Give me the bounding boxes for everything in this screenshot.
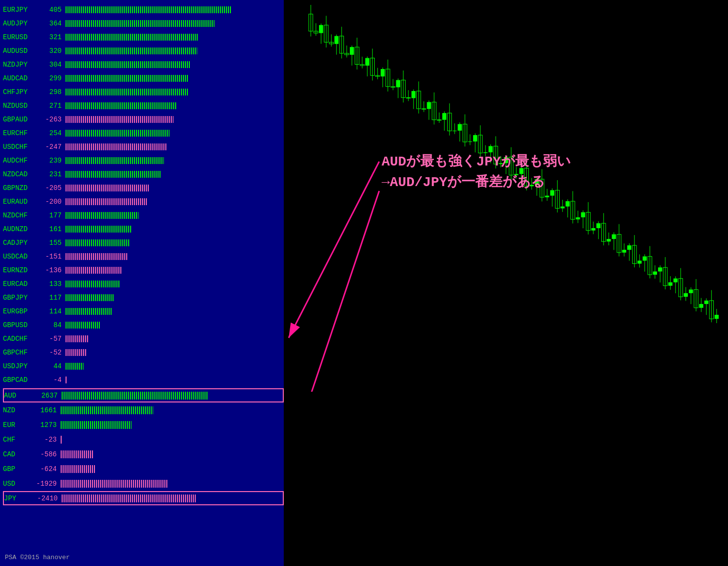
pair-bar-container (66, 376, 284, 384)
pair-row: EURCAD 133 (3, 277, 284, 290)
pair-bar (66, 171, 160, 178)
left-panel: EURJPY 405 AUDJPY 364 EURUSD 321 AUDUSD … (0, 0, 284, 566)
currency-symbol: CHF (3, 436, 30, 444)
currency-row: JPY -2410 (3, 491, 284, 505)
pair-symbol: GBPNZD (3, 184, 37, 192)
pair-value: 304 (37, 61, 62, 69)
pair-bar (66, 75, 188, 82)
pair-symbol: NZDCAD (3, 170, 37, 178)
pair-value: 177 (37, 212, 62, 219)
pair-value: 133 (37, 280, 62, 288)
pair-bar-container (66, 362, 284, 370)
currency-bar (61, 421, 132, 429)
currency-symbol: USD (3, 480, 30, 488)
currency-row: AUD 2637 (3, 388, 284, 402)
pair-value: -205 (37, 184, 62, 192)
currency-row: CAD -586 (3, 447, 284, 461)
currency-value: -1929 (30, 480, 57, 488)
pair-bar (66, 294, 114, 301)
pair-bar-container (66, 184, 284, 192)
currency-symbol: NZD (3, 406, 30, 414)
pair-value: 231 (37, 170, 62, 178)
pair-value: 44 (37, 362, 62, 370)
pair-bar-container (66, 47, 284, 55)
pair-symbol: GBPJPY (3, 294, 37, 302)
pair-row: CHFJPY 298 (3, 85, 284, 98)
pair-row: AUDCAD 299 (3, 71, 284, 85)
pair-bar-container (66, 280, 284, 288)
pairs-container: EURJPY 405 AUDJPY 364 EURUSD 321 AUDUSD … (3, 3, 284, 386)
pair-symbol: GBPUSD (3, 321, 37, 329)
pair-bar-container (66, 129, 284, 137)
footer-text: PSA ©2015 hanover (5, 554, 70, 561)
pair-symbol: NZDJPY (3, 61, 37, 69)
currency-row: EUR 1273 (3, 418, 284, 432)
pair-value: 364 (37, 20, 62, 27)
pair-bar (66, 102, 177, 109)
pair-bar-container (66, 74, 284, 82)
currency-symbol: JPY (4, 495, 31, 502)
pair-bar-container (66, 198, 284, 206)
pair-bar-container (66, 294, 284, 302)
pair-bar-container (66, 170, 284, 178)
pair-symbol: AUDCHF (3, 157, 37, 165)
pair-row: USDJPY 44 (3, 359, 284, 373)
pair-value: -4 (37, 376, 62, 384)
pair-bar (66, 363, 84, 370)
pair-bar (66, 253, 128, 260)
pair-bar-container (66, 143, 284, 151)
annotation-line1: AUDが最も強くJPYが最も弱い (382, 152, 571, 172)
pair-row: GBPCAD -4 (3, 373, 284, 386)
currency-bar-container (61, 479, 284, 488)
annotation-text: AUDが最も強くJPYが最も弱い →AUD/JPYが一番差がある (382, 152, 571, 193)
pair-bar (66, 116, 174, 123)
annotation-line2: →AUD/JPYが一番差がある (382, 172, 571, 193)
pair-row: CADJPY 155 (3, 236, 284, 249)
pair-row: NZDCHF 177 (3, 209, 284, 222)
currency-row: CHF -23 (3, 432, 284, 447)
currency-symbol: GBP (3, 465, 30, 473)
pair-bar-container (66, 349, 284, 356)
pair-bar-container (66, 116, 284, 123)
pair-row: EURAUD -200 (3, 195, 284, 208)
pair-row: NZDUSD 271 (3, 99, 284, 112)
pair-row: GBPJPY 117 (3, 291, 284, 304)
pair-symbol: AUDJPY (3, 20, 37, 27)
pair-bar-container (66, 33, 284, 41)
pair-value: -200 (37, 198, 62, 206)
pair-value: 114 (37, 307, 62, 315)
pair-row: AUDUSD 320 (3, 44, 284, 57)
pair-row: AUDJPY 364 (3, 17, 284, 30)
pair-bar (66, 308, 113, 315)
right-panel: AUDが最も強くJPYが最も弱い →AUD/JPYが一番差がある (284, 0, 728, 566)
pair-bar-container (66, 335, 284, 343)
pair-value: 117 (37, 294, 62, 302)
currency-bar (62, 392, 208, 400)
pair-bar (66, 281, 120, 287)
pair-symbol: CADCHF (3, 335, 37, 343)
pair-bar (66, 185, 150, 191)
pair-row: USDCHF -247 (3, 140, 284, 153)
pair-bar (66, 212, 138, 219)
pair-value: 239 (37, 157, 62, 165)
pair-bar-container (66, 253, 284, 260)
pair-symbol: GBPCAD (3, 376, 37, 384)
currency-value: -23 (30, 436, 57, 444)
currency-bar (61, 406, 153, 414)
pair-bar-container (66, 212, 284, 219)
currency-container: AUD 2637 NZD 1661 EUR 1273 CHF -23 CAD (3, 388, 284, 505)
pair-value: 271 (37, 102, 62, 110)
pair-row: GBPUSD 84 (3, 318, 284, 331)
currency-bar-container (61, 465, 284, 473)
pair-symbol: NZDCHF (3, 212, 37, 219)
pair-symbol: EURNZD (3, 266, 37, 274)
currency-value: -586 (30, 450, 57, 458)
pair-row: EURGBP 114 (3, 305, 284, 318)
pair-bar (66, 89, 188, 95)
currency-bar (61, 465, 95, 473)
currency-row: USD -1929 (3, 476, 284, 491)
pair-symbol: EURCHF (3, 129, 37, 137)
pair-bar (66, 34, 198, 41)
pair-row: EURCHF 254 (3, 126, 284, 140)
currency-value: -2410 (31, 495, 58, 502)
